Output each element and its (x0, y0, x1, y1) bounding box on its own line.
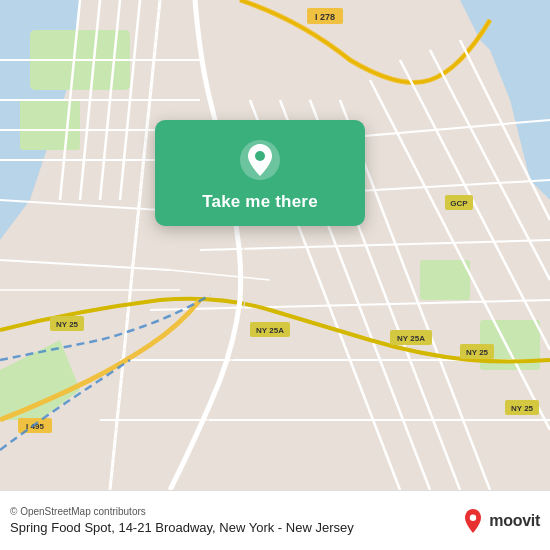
svg-text:GCP: GCP (450, 199, 468, 208)
location-info: © OpenStreetMap contributors Spring Food… (10, 505, 453, 537)
svg-text:NY 25A: NY 25A (397, 334, 425, 343)
map-container: I 278 NY 25 NY 25A NY 25A NY 25 NY 25 (0, 0, 550, 490)
svg-point-54 (470, 514, 476, 520)
location-pin-icon (238, 138, 282, 182)
svg-text:NY 25: NY 25 (511, 404, 534, 413)
moovit-pin-icon (461, 509, 485, 533)
moovit-logo: moovit (461, 509, 540, 533)
moovit-text: moovit (489, 512, 540, 530)
bottom-bar: © OpenStreetMap contributors Spring Food… (0, 490, 550, 550)
svg-text:NY 25: NY 25 (56, 320, 79, 329)
i278-label: I 278 (315, 12, 335, 22)
copyright-text: © OpenStreetMap contributors (10, 505, 453, 518)
take-me-there-card[interactable]: Take me there (155, 120, 365, 226)
svg-text:NY 25A: NY 25A (256, 326, 284, 335)
svg-text:NY 25: NY 25 (466, 348, 489, 357)
svg-point-53 (255, 151, 265, 161)
take-me-there-label[interactable]: Take me there (202, 192, 318, 212)
svg-rect-5 (20, 100, 80, 150)
location-address: Spring Food Spot, 14-21 Broadway, New Yo… (10, 520, 453, 537)
svg-rect-7 (420, 260, 470, 300)
map-background: I 278 NY 25 NY 25A NY 25A NY 25 NY 25 (0, 0, 550, 490)
